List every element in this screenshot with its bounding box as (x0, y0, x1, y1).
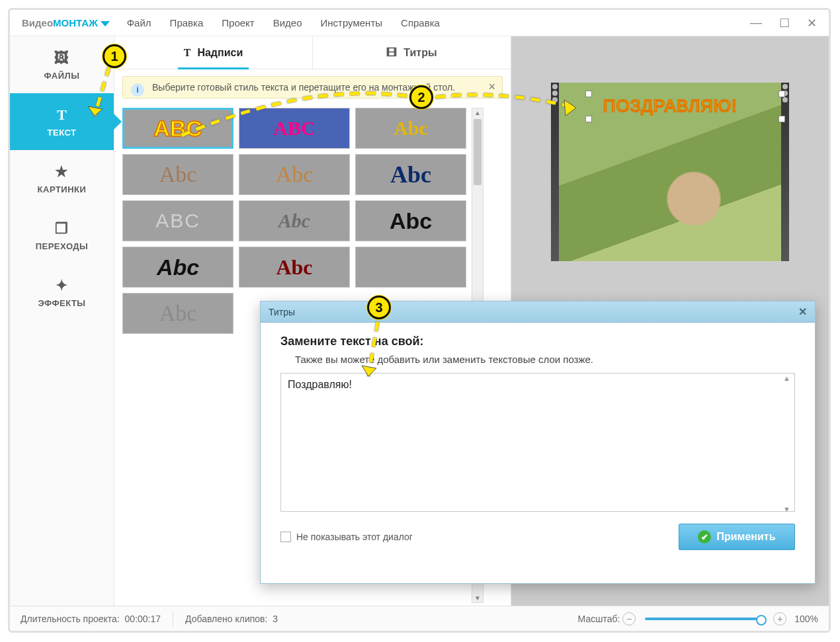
resize-handle[interactable] (778, 116, 785, 122)
text-style[interactable]: Abc (239, 247, 350, 288)
clips-count-label: Добавлено клипов: (185, 614, 267, 624)
text-style[interactable]: Abc (239, 200, 350, 241)
tutorial-marker-3: 3 (367, 296, 391, 319)
menu-file[interactable]: Файл (127, 17, 151, 28)
wand-icon: ✦ (56, 277, 68, 294)
zoom-in-button[interactable]: + (773, 612, 786, 625)
text-style[interactable]: ABC (122, 108, 233, 149)
tab-titles[interactable]: 🎞Титры (313, 36, 511, 69)
menu-help[interactable]: Справка (401, 17, 440, 28)
apply-label: Применить (716, 531, 775, 543)
resize-handle[interactable] (585, 116, 592, 122)
text-style[interactable]: ABC (122, 200, 233, 241)
dialog-close-icon[interactable]: ✕ (798, 305, 807, 318)
sidebar-item-images[interactable]: ★КАРТИНКИ (10, 150, 114, 207)
text-style[interactable] (355, 247, 466, 288)
menubar: ВидеоМОНТАЖ Файл Правка Проект Видео Инс… (10, 10, 829, 36)
sidebar-item-files[interactable]: 🖼ФАЙЛЫ (10, 36, 114, 93)
sidebar-item-text[interactable]: TТЕКСТ (10, 93, 114, 150)
dialog-titlebar[interactable]: Титры ✕ (261, 301, 815, 323)
project-duration-label: Длительность проекта: (21, 614, 120, 624)
resize-handle[interactable] (778, 91, 785, 97)
sidebar: 🖼ФАЙЛЫ TТЕКСТ ★КАРТИНКИ ❐ПЕРЕХОДЫ ✦ЭФФЕК… (10, 36, 114, 606)
project-duration-value: 00:00:17 (125, 614, 161, 624)
tutorial-marker-1: 1 (103, 44, 126, 68)
titles-dialog: Титры ✕ Замените текст на свой: Также вы… (260, 301, 816, 584)
sidebar-item-label: ТЕКСТ (48, 128, 77, 138)
text-style[interactable]: Abc (355, 108, 466, 149)
zoom-value: 100% (794, 614, 818, 624)
hint-text: Выберите готовый стиль текста и перетащи… (152, 82, 455, 93)
check-icon: ✔ (698, 530, 711, 543)
textarea-scrollbar[interactable]: ▲▼ (783, 374, 794, 513)
status-bar: Длительность проекта: 00:00:17 Добавлено… (10, 606, 829, 631)
sidebar-item-label: ФАЙЛЫ (44, 71, 80, 81)
sidebar-item-effects[interactable]: ✦ЭФФЕКТЫ (10, 264, 114, 321)
menu-project[interactable]: Проект (222, 17, 254, 28)
text-style[interactable]: Abc (355, 200, 466, 241)
close-icon[interactable]: ✕ (807, 16, 817, 30)
maximize-icon[interactable]: ☐ (779, 16, 790, 30)
zoom-label: Масштаб: (578, 614, 620, 624)
resize-handle[interactable] (585, 91, 592, 97)
menu-tools[interactable]: Инструменты (321, 17, 383, 28)
chevron-down-icon[interactable] (101, 21, 110, 26)
text-style[interactable]: Abc (122, 293, 233, 334)
sidebar-item-transitions[interactable]: ❐ПЕРЕХОДЫ (10, 207, 114, 264)
dont-show-label: Не показывать этот диалог (296, 532, 413, 542)
text-style[interactable]: Abc (122, 154, 233, 195)
minimize-icon[interactable]: — (750, 16, 762, 30)
zoom-out-button[interactable]: − (622, 612, 636, 625)
info-icon: i (131, 83, 144, 97)
sidebar-item-label: ЭФФЕКТЫ (38, 298, 85, 308)
film-icon: 🎞 (386, 47, 397, 59)
tab-labels[interactable]: TНадписи (114, 36, 313, 69)
preview-text-overlay[interactable]: ПОЗДРАВЛЯЮ! (603, 96, 737, 116)
dont-show-checkbox[interactable] (280, 532, 291, 542)
image-icon: 🖼 (54, 50, 69, 67)
dialog-title: Титры (269, 307, 295, 317)
preview-canvas[interactable]: ПОЗДРАВЛЯЮ! (551, 83, 789, 261)
menu-edit[interactable]: Правка (170, 17, 204, 28)
text-style[interactable]: Abc (122, 247, 233, 288)
dialog-heading: Замените текст на свой: (280, 335, 795, 348)
hint-banner: i Выберите готовый стиль текста и перета… (122, 76, 503, 99)
clips-count-value: 3 (273, 614, 278, 624)
dialog-subtext: Также вы можете добавить или заменить те… (295, 354, 795, 365)
sidebar-item-label: КАРТИНКИ (38, 184, 87, 194)
layers-icon: ❐ (55, 220, 69, 237)
tab-label: Титры (403, 47, 437, 59)
star-icon: ★ (55, 163, 69, 181)
text-style[interactable]: ABC (239, 108, 350, 149)
menu-video[interactable]: Видео (273, 17, 302, 28)
text-icon: T (57, 106, 67, 124)
close-hint-icon[interactable]: × (488, 80, 495, 94)
title-text-input[interactable] (280, 373, 795, 512)
text-style[interactable]: Abc (355, 154, 466, 195)
sidebar-item-label: ПЕРЕХОДЫ (36, 241, 89, 251)
app-logo: ВидеоМОНТАЖ (22, 17, 110, 28)
text-style[interactable]: Abc (239, 154, 350, 195)
tutorial-marker-2: 2 (409, 85, 433, 109)
tab-label: Надписи (197, 47, 243, 59)
apply-button[interactable]: ✔ Применить (679, 524, 795, 550)
zoom-slider[interactable] (645, 618, 764, 620)
